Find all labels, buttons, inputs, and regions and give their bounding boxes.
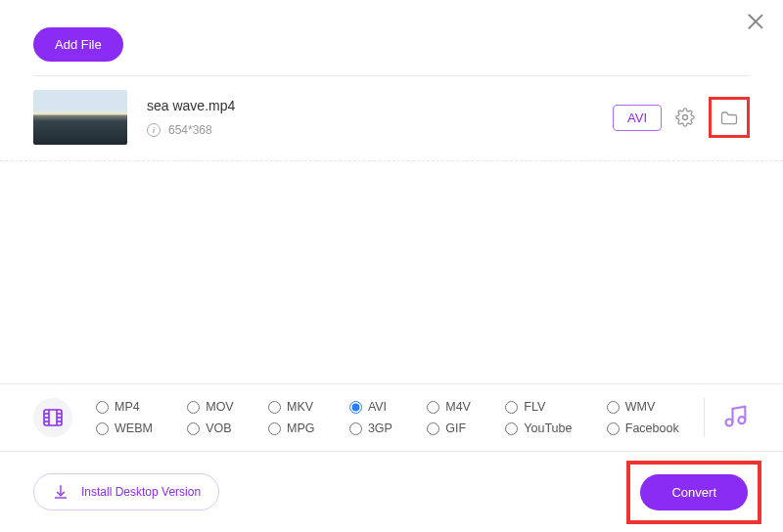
format-label: M4V: [445, 400, 471, 414]
format-label: Facebook: [625, 421, 679, 435]
format-option-avi[interactable]: AVI: [349, 400, 403, 414]
svg-point-0: [683, 115, 688, 120]
file-dimensions: 654*368: [168, 123, 212, 137]
close-icon[interactable]: [746, 12, 765, 31]
install-desktop-button[interactable]: Install Desktop Version: [33, 473, 219, 510]
format-option-youtube[interactable]: YouTube: [505, 421, 582, 435]
file-meta: sea wave.mp4 i 654*368: [147, 98, 613, 137]
format-bar: MP4MOVMKVAVIM4VFLVWMVWEBMVOBMPG3GPGIFYou…: [0, 383, 783, 452]
format-option-vob[interactable]: VOB: [187, 421, 245, 435]
format-label: MOV: [206, 400, 233, 414]
file-name: sea wave.mp4: [147, 98, 613, 113]
video-thumbnail[interactable]: [33, 90, 127, 145]
add-file-button[interactable]: Add File: [33, 27, 123, 62]
format-label: WEBM: [115, 421, 153, 435]
format-option-mov[interactable]: MOV: [187, 400, 245, 414]
gear-icon[interactable]: [675, 108, 695, 127]
format-option-m4v[interactable]: M4V: [427, 400, 482, 414]
file-row: sea wave.mp4 i 654*368 AVI: [0, 76, 783, 161]
target-format-button[interactable]: AVI: [613, 105, 662, 131]
format-label: MKV: [287, 400, 313, 414]
output-folder-highlight: [709, 97, 750, 138]
format-option-wmv[interactable]: WMV: [607, 400, 690, 414]
music-icon[interactable]: [722, 402, 750, 433]
format-label: FLV: [524, 400, 545, 414]
format-label: WMV: [625, 400, 656, 414]
separator: [704, 398, 705, 437]
format-option-mkv[interactable]: MKV: [268, 400, 326, 414]
format-label: GIF: [445, 421, 466, 435]
install-label: Install Desktop Version: [81, 485, 201, 499]
footer: Install Desktop Version Convert: [0, 452, 783, 532]
format-option-facebook[interactable]: Facebook: [607, 421, 690, 435]
download-icon: [52, 483, 69, 501]
convert-highlight: Convert: [626, 461, 761, 524]
svg-point-11: [738, 417, 745, 423]
format-option-mp4[interactable]: MP4: [96, 400, 163, 414]
video-category-icon[interactable]: [33, 398, 72, 437]
folder-icon[interactable]: [719, 108, 739, 127]
format-label: YouTube: [524, 421, 572, 435]
format-option-mpg[interactable]: MPG: [268, 421, 326, 435]
format-label: MPG: [287, 421, 314, 435]
format-option-gif[interactable]: GIF: [427, 421, 482, 435]
format-option-3gp[interactable]: 3GP: [349, 421, 403, 435]
format-option-flv[interactable]: FLV: [505, 400, 582, 414]
format-option-webm[interactable]: WEBM: [96, 421, 163, 435]
format-label: AVI: [368, 400, 387, 414]
format-grid: MP4MOVMKVAVIM4VFLVWMVWEBMVOBMPG3GPGIFYou…: [96, 400, 690, 435]
convert-button[interactable]: Convert: [640, 474, 748, 510]
format-label: 3GP: [368, 421, 392, 435]
info-icon[interactable]: i: [147, 123, 161, 137]
format-label: VOB: [206, 421, 231, 435]
format-label: MP4: [115, 400, 140, 414]
